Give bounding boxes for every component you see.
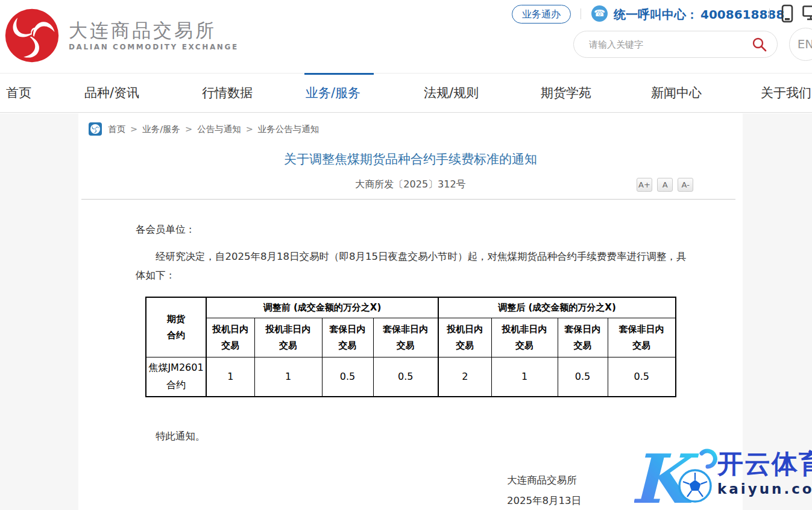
table-corner-header: 期货 合约 [146, 297, 206, 357]
fee-value: 2 [438, 357, 491, 397]
table-header: 投机日内 交易 [438, 318, 491, 357]
breadcrumb-notices[interactable]: 公告与通知 [197, 124, 241, 135]
logo-title-cn: 大连商品交易所 [69, 20, 239, 40]
topbar-divider [581, 8, 581, 19]
table-row: 焦煤JM2601 合约 1 1 0.5 0.5 2 1 0.5 0.5 [146, 357, 676, 397]
signature-block: 大连商品交易所 2025年8月13日 [507, 470, 581, 510]
search-box [573, 31, 778, 58]
font-size-controls: A+ A A- [637, 178, 695, 192]
logo-texts: 大连商品交易所 DALIAN COMMODITY EXCHANGE [69, 20, 239, 51]
nav-item-news-center[interactable]: 新闻中心 [651, 74, 702, 112]
swirl-decoration [702, 451, 715, 467]
nav-item-products-info[interactable]: 品种/资讯 [84, 74, 139, 112]
nav-item-market-data[interactable]: 行情数据 [202, 74, 253, 112]
kaiyun-watermark[interactable]: K 开云体育 kaiyun.com [634, 445, 812, 510]
kaiyun-title-cn: 开云体育 [717, 450, 812, 478]
nav-item-rules[interactable]: 法规/规则 [424, 74, 479, 112]
nav-item-business-services[interactable]: 业务/服务 [306, 74, 360, 112]
table-header: 套保非日内 交易 [373, 318, 438, 357]
notice-title: 关于调整焦煤期货品种合约手续费标准的通知 [78, 151, 743, 168]
main-nav: 首页 品种/资讯 行情数据 业务/服务 法规/规则 期货学苑 新闻中心 关于我们 [0, 73, 812, 113]
title-divider [81, 199, 735, 200]
search-icon [752, 37, 767, 52]
breadcrumb: 首页 > 业务/服务 > 公告与通知 > 业务公告与通知 [89, 122, 319, 136]
font-increase-button[interactable]: A+ [637, 178, 652, 192]
closing-line: 特此通知。 [136, 430, 206, 443]
phone-icon: ☎ [591, 5, 608, 22]
kaiyun-texts: 开云体育 kaiyun.com [717, 445, 812, 497]
logo-title-en: DALIAN COMMODITY EXCHANGE [69, 43, 239, 51]
table-header: 投机日内 交易 [206, 318, 254, 357]
breadcrumb-separator: > [185, 124, 192, 134]
business-services-button[interactable]: 业务通办 [512, 5, 571, 24]
fee-value: 1 [491, 357, 558, 397]
nav-item-about-us[interactable]: 关于我们 [761, 74, 811, 112]
breadcrumb-separator: > [130, 124, 137, 134]
table-group-after: 调整后 (成交金额的万分之X) [438, 297, 676, 318]
fee-value: 0.5 [558, 357, 608, 397]
nav-item-home[interactable]: 首页 [6, 74, 31, 112]
breadcrumb-business-services[interactable]: 业务/服务 [142, 124, 180, 135]
table-header: 套保日内 交易 [558, 318, 608, 357]
search-button[interactable] [752, 37, 767, 52]
search-input[interactable] [589, 35, 740, 54]
dce-logo[interactable]: 大连商品交易所 DALIAN COMMODITY EXCHANGE [4, 7, 239, 64]
language-toggle-button[interactable]: EN [789, 28, 812, 61]
notice-body: 经研究决定，自2025年8月18日交易时（即8月15日夜盘交易小节时）起，对焦煤… [136, 247, 689, 285]
kaiyun-logo-icon: K [634, 445, 720, 510]
table-header: 投机非日内 交易 [491, 318, 558, 357]
fee-value: 1 [206, 357, 254, 397]
call-center-label: 统一呼叫中心： [614, 7, 698, 22]
table-group-before: 调整前 (成交金额的万分之X) [206, 297, 438, 318]
signature-date: 2025年8月13日 [507, 491, 581, 510]
dce-logo-icon [4, 7, 60, 64]
fee-value: 0.5 [373, 357, 438, 397]
table-header: 套保日内 交易 [322, 318, 373, 357]
mobile-phone-icon[interactable] [781, 4, 794, 24]
breadcrumb-separator: > [246, 124, 253, 134]
soccer-ball-icon [679, 470, 711, 502]
fee-value: 0.5 [322, 357, 373, 397]
fee-table: 期货 合约 调整前 (成交金额的万分之X) 调整后 (成交金额的万分之X) 投机… [145, 297, 676, 397]
call-center-number: 4008618888 [700, 7, 784, 22]
table-header: 投机非日内 交易 [254, 318, 322, 357]
breadcrumb-home[interactable]: 首页 [108, 124, 125, 135]
font-decrease-button[interactable]: A- [678, 178, 693, 192]
topbar-divider [769, 8, 770, 19]
breadcrumb-business-notices[interactable]: 业务公告与通知 [258, 124, 319, 135]
fee-value: 1 [254, 357, 322, 397]
call-center: 统一呼叫中心：4008618888 [614, 7, 784, 23]
contract-cell: 焦煤JM2601 合约 [146, 357, 206, 397]
kaiyun-domain: kaiyun.com [717, 481, 812, 497]
page: 大连商品交易所 DALIAN COMMODITY EXCHANGE 业务通办 ☎… [0, 0, 812, 510]
breadcrumb-home-icon [89, 122, 102, 136]
fee-value: 0.5 [608, 357, 676, 397]
monitor-icon[interactable] [802, 5, 812, 21]
salutation: 各会员单位： [136, 223, 195, 236]
nav-item-futures-academy[interactable]: 期货学苑 [541, 74, 591, 112]
table-header: 套保非日内 交易 [608, 318, 676, 357]
font-reset-button[interactable]: A [657, 178, 673, 192]
signer-name: 大连商品交易所 [507, 470, 581, 491]
